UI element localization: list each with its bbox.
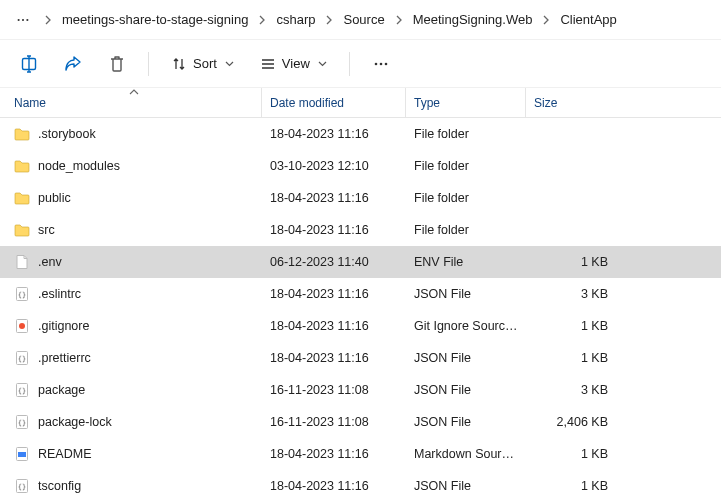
sort-label: Sort — [193, 56, 217, 71]
file-row[interactable]: {}package-lock16-11-2023 11:08JSON File2… — [0, 406, 721, 438]
file-row[interactable]: {}.prettierrc18-04-2023 11:16JSON File1 … — [0, 342, 721, 374]
column-type-label: Type — [414, 96, 440, 110]
breadcrumb-item[interactable]: Source — [337, 10, 390, 29]
file-size: 3 KB — [526, 287, 616, 301]
view-label: View — [282, 56, 310, 71]
breadcrumb-item[interactable]: ClientApp — [554, 10, 622, 29]
file-date: 06-12-2023 11:40 — [262, 255, 406, 269]
json-icon: {} — [14, 414, 30, 430]
file-row[interactable]: {}tsconfig18-04-2023 11:16JSON File1 KB — [0, 470, 721, 502]
svg-point-0 — [18, 18, 20, 20]
file-name: public — [38, 191, 71, 205]
svg-point-5 — [379, 62, 382, 65]
file-type: JSON File — [406, 415, 526, 429]
file-type: Git Ignore Source ... — [406, 319, 526, 333]
file-row[interactable]: {}.eslintrc18-04-2023 11:16JSON File3 KB — [0, 278, 721, 310]
file-date: 16-11-2023 11:08 — [262, 415, 406, 429]
file-size: 1 KB — [526, 255, 616, 269]
file-date: 18-04-2023 11:16 — [262, 479, 406, 493]
folder-icon — [14, 222, 30, 238]
sort-icon — [171, 56, 187, 72]
file-type: File folder — [406, 223, 526, 237]
file-name: package — [38, 383, 85, 397]
file-date: 18-04-2023 11:16 — [262, 447, 406, 461]
column-header-date[interactable]: Date modified — [262, 88, 406, 117]
svg-point-1 — [22, 18, 24, 20]
svg-point-4 — [374, 62, 377, 65]
file-name: package-lock — [38, 415, 112, 429]
file-row[interactable]: .gitignore18-04-2023 11:16Git Ignore Sou… — [0, 310, 721, 342]
file-date: 18-04-2023 11:16 — [262, 351, 406, 365]
column-header-name[interactable]: Name — [6, 88, 262, 117]
file-name: .env — [38, 255, 62, 269]
column-header-size[interactable]: Size — [526, 88, 616, 117]
folder-icon — [14, 126, 30, 142]
sort-button[interactable]: Sort — [161, 46, 244, 82]
svg-point-2 — [26, 18, 28, 20]
file-date: 03-10-2023 12:10 — [262, 159, 406, 173]
file-date: 16-11-2023 11:08 — [262, 383, 406, 397]
file-size: 1 KB — [526, 351, 616, 365]
file-name: README — [38, 447, 91, 461]
file-list[interactable]: .storybook18-04-2023 11:16File foldernod… — [0, 118, 721, 503]
file-date: 18-04-2023 11:16 — [262, 127, 406, 141]
file-name: .gitignore — [38, 319, 89, 333]
toolbar-separator — [349, 52, 350, 76]
file-size: 1 KB — [526, 319, 616, 333]
column-date-label: Date modified — [270, 96, 344, 110]
file-name: .prettierrc — [38, 351, 91, 365]
file-type: JSON File — [406, 479, 526, 493]
columns-header: Name Date modified Type Size — [0, 88, 721, 118]
file-type: File folder — [406, 127, 526, 141]
chevron-right-icon — [538, 15, 554, 25]
view-list-icon — [260, 56, 276, 72]
file-row[interactable]: .storybook18-04-2023 11:16File folder — [0, 118, 721, 150]
file-type: File folder — [406, 159, 526, 173]
file-date: 18-04-2023 11:16 — [262, 319, 406, 333]
git-icon — [14, 318, 30, 334]
chevron-right-icon — [40, 15, 56, 25]
view-button[interactable]: View — [250, 46, 337, 82]
chevron-right-icon — [391, 15, 407, 25]
file-name: .storybook — [38, 127, 96, 141]
column-header-type[interactable]: Type — [406, 88, 526, 117]
file-type: JSON File — [406, 383, 526, 397]
ellipsis-icon — [373, 56, 389, 72]
file-row[interactable]: {}package16-11-2023 11:08JSON File3 KB — [0, 374, 721, 406]
chevron-right-icon — [254, 15, 270, 25]
svg-text:{}: {} — [18, 387, 26, 395]
svg-text:{}: {} — [18, 291, 26, 299]
svg-point-6 — [384, 62, 387, 65]
svg-rect-18 — [18, 452, 26, 457]
share-button[interactable] — [54, 46, 92, 82]
file-row[interactable]: node_modules03-10-2023 12:10File folder — [0, 150, 721, 182]
folder-icon — [14, 190, 30, 206]
file-type: File folder — [406, 191, 526, 205]
file-size: 1 KB — [526, 479, 616, 493]
breadcrumb-item[interactable]: csharp — [270, 10, 321, 29]
rename-button[interactable] — [10, 46, 48, 82]
svg-point-10 — [19, 323, 25, 329]
file-row[interactable]: src18-04-2023 11:16File folder — [0, 214, 721, 246]
file-row[interactable]: .env06-12-2023 11:40ENV File1 KB — [0, 246, 721, 278]
chevron-right-icon — [321, 15, 337, 25]
more-button[interactable] — [362, 46, 400, 82]
file-size: 2,406 KB — [526, 415, 616, 429]
svg-text:{}: {} — [18, 483, 26, 491]
chevron-down-icon — [225, 61, 234, 67]
breadcrumb-overflow[interactable] — [6, 11, 40, 29]
delete-button[interactable] — [98, 46, 136, 82]
file-row[interactable]: public18-04-2023 11:16File folder — [0, 182, 721, 214]
breadcrumb-item[interactable]: MeetingSigning.Web — [407, 10, 539, 29]
svg-text:{}: {} — [18, 419, 26, 427]
breadcrumb-item[interactable]: meetings-share-to-stage-signing — [56, 10, 254, 29]
file-row[interactable]: README18-04-2023 11:16Markdown Source...… — [0, 438, 721, 470]
ellipsis-icon — [16, 13, 30, 27]
file-date: 18-04-2023 11:16 — [262, 191, 406, 205]
file-size: 3 KB — [526, 383, 616, 397]
column-name-label: Name — [14, 96, 46, 110]
toolbar-separator — [148, 52, 149, 76]
file-name: src — [38, 223, 55, 237]
file-name: tsconfig — [38, 479, 81, 493]
chevron-down-icon — [318, 61, 327, 67]
